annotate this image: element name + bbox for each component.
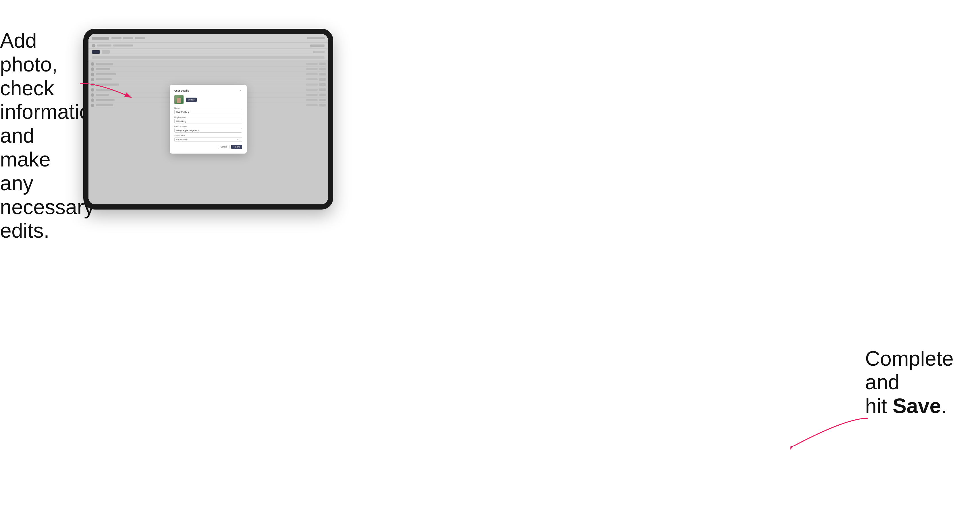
school-year-input[interactable]: Fourth Year	[174, 137, 242, 142]
name-input[interactable]: Blair McHarg	[174, 110, 242, 114]
display-name-input[interactable]: B.McHarg	[174, 119, 242, 124]
display-name-field-group: Display name B.McHarg	[174, 116, 242, 124]
right-annotation-line1: Complete and	[865, 347, 954, 394]
upload-photo-button[interactable]: Upload	[186, 98, 197, 102]
modal-footer: Cancel ↑ Save	[174, 144, 242, 149]
tablet-screen: User details × Upload Name Blair McHarg …	[89, 34, 328, 204]
school-year-controls: × ⌃⌄	[237, 138, 241, 141]
display-name-label: Display name	[174, 116, 242, 118]
user-details-modal: User details × Upload Name Blair McHarg …	[170, 85, 247, 154]
school-year-wrapper: Fourth Year × ⌃⌄	[174, 137, 242, 142]
photo-thumbnail	[174, 95, 183, 104]
right-annotation-line2: hit	[865, 394, 892, 417]
email-label: Email address	[174, 125, 242, 127]
school-year-clear-button[interactable]: ×	[237, 138, 239, 141]
school-year-field-group: School Year Fourth Year × ⌃⌄	[174, 135, 242, 142]
modal-title: User details	[174, 89, 189, 92]
right-annotation: Complete and hit Save.	[865, 347, 974, 418]
right-annotation-bold: Save	[892, 394, 941, 417]
school-year-label: School Year	[174, 135, 242, 137]
left-annotation: Add photo, check information and make an…	[0, 29, 80, 243]
cancel-button[interactable]: Cancel	[218, 144, 229, 149]
email-field-group: Email address test@clippdcollege.edu	[174, 125, 242, 133]
save-button-label: Save	[235, 146, 240, 148]
tablet-device: User details × Upload Name Blair McHarg …	[83, 29, 333, 210]
save-button[interactable]: ↑ Save	[231, 144, 242, 149]
school-year-spinner[interactable]: ⌃⌄	[239, 138, 241, 141]
modal-overlay: User details × Upload Name Blair McHarg …	[89, 34, 328, 204]
name-label: Name	[174, 107, 242, 109]
email-input[interactable]: test@clippdcollege.edu	[174, 128, 242, 133]
save-icon: ↑	[234, 146, 235, 148]
name-field-group: Name Blair McHarg	[174, 107, 242, 114]
modal-title-row: User details ×	[174, 89, 242, 92]
modal-close-button[interactable]: ×	[239, 89, 242, 92]
arrow-right	[791, 415, 871, 452]
right-annotation-end: .	[941, 394, 947, 417]
photo-section: Upload	[174, 95, 242, 104]
